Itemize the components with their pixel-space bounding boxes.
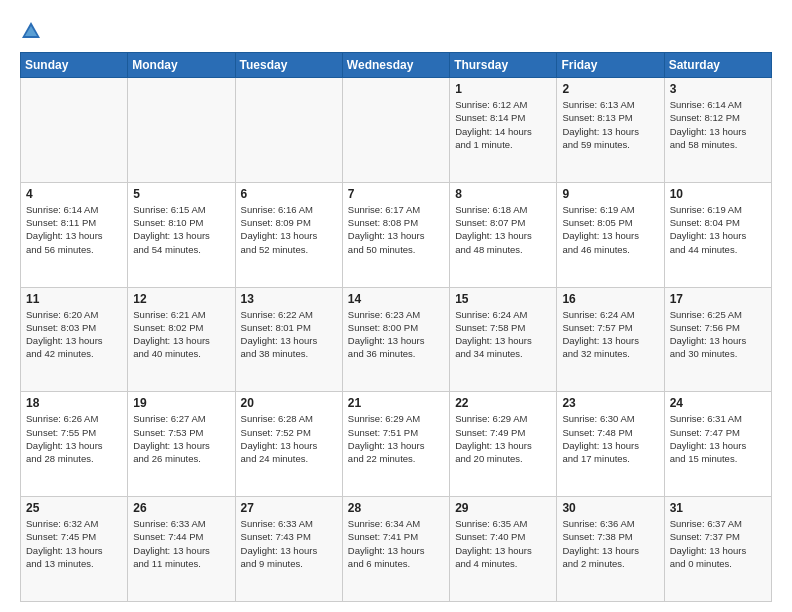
day-number: 30 [562, 501, 658, 515]
cell-info: Daylight: 13 hours [26, 334, 122, 347]
day-number: 15 [455, 292, 551, 306]
day-number: 11 [26, 292, 122, 306]
day-number: 2 [562, 82, 658, 96]
cell-info: and 1 minute. [455, 138, 551, 151]
cell-info: Sunset: 7:51 PM [348, 426, 444, 439]
cell-info: Sunset: 7:40 PM [455, 530, 551, 543]
cell-info: and 15 minutes. [670, 452, 766, 465]
calendar-body: 1Sunrise: 6:12 AMSunset: 8:14 PMDaylight… [21, 78, 772, 602]
cell-info: Sunrise: 6:33 AM [133, 517, 229, 530]
cell-info: Sunset: 7:56 PM [670, 321, 766, 334]
cell-info: Sunrise: 6:37 AM [670, 517, 766, 530]
day-number: 23 [562, 396, 658, 410]
cell-info: Daylight: 13 hours [348, 544, 444, 557]
cell-info: Daylight: 13 hours [562, 229, 658, 242]
day-number: 19 [133, 396, 229, 410]
cell-info: and 59 minutes. [562, 138, 658, 151]
cell-info: and 9 minutes. [241, 557, 337, 570]
day-number: 20 [241, 396, 337, 410]
calendar-cell: 1Sunrise: 6:12 AMSunset: 8:14 PMDaylight… [450, 78, 557, 183]
calendar-cell: 11Sunrise: 6:20 AMSunset: 8:03 PMDayligh… [21, 287, 128, 392]
day-number: 14 [348, 292, 444, 306]
cell-info: and 24 minutes. [241, 452, 337, 465]
week-row-3: 18Sunrise: 6:26 AMSunset: 7:55 PMDayligh… [21, 392, 772, 497]
cell-info: Sunrise: 6:18 AM [455, 203, 551, 216]
cell-info: Sunset: 8:02 PM [133, 321, 229, 334]
cell-info: Sunrise: 6:15 AM [133, 203, 229, 216]
cell-info: Daylight: 13 hours [670, 334, 766, 347]
cell-info: and 58 minutes. [670, 138, 766, 151]
day-number: 3 [670, 82, 766, 96]
cell-info: and 50 minutes. [348, 243, 444, 256]
calendar-cell: 21Sunrise: 6:29 AMSunset: 7:51 PMDayligh… [342, 392, 449, 497]
calendar-cell: 28Sunrise: 6:34 AMSunset: 7:41 PMDayligh… [342, 497, 449, 602]
calendar-cell: 29Sunrise: 6:35 AMSunset: 7:40 PMDayligh… [450, 497, 557, 602]
calendar-cell: 3Sunrise: 6:14 AMSunset: 8:12 PMDaylight… [664, 78, 771, 183]
cell-info: Sunset: 8:09 PM [241, 216, 337, 229]
cell-info: Sunrise: 6:16 AM [241, 203, 337, 216]
col-header-friday: Friday [557, 53, 664, 78]
cell-info: Daylight: 13 hours [455, 334, 551, 347]
calendar-cell: 27Sunrise: 6:33 AMSunset: 7:43 PMDayligh… [235, 497, 342, 602]
calendar-cell: 25Sunrise: 6:32 AMSunset: 7:45 PMDayligh… [21, 497, 128, 602]
day-number: 18 [26, 396, 122, 410]
calendar-cell: 8Sunrise: 6:18 AMSunset: 8:07 PMDaylight… [450, 182, 557, 287]
cell-info: Sunrise: 6:21 AM [133, 308, 229, 321]
cell-info: Sunset: 8:07 PM [455, 216, 551, 229]
cell-info: and 56 minutes. [26, 243, 122, 256]
cell-info: and 36 minutes. [348, 347, 444, 360]
calendar-cell: 30Sunrise: 6:36 AMSunset: 7:38 PMDayligh… [557, 497, 664, 602]
day-number: 27 [241, 501, 337, 515]
cell-info: Sunset: 8:14 PM [455, 111, 551, 124]
cell-info: Daylight: 13 hours [348, 334, 444, 347]
cell-info: Sunrise: 6:29 AM [455, 412, 551, 425]
col-header-monday: Monday [128, 53, 235, 78]
cell-info: Daylight: 13 hours [562, 439, 658, 452]
cell-info: Sunset: 8:13 PM [562, 111, 658, 124]
cell-info: Daylight: 13 hours [241, 229, 337, 242]
cell-info: Sunrise: 6:27 AM [133, 412, 229, 425]
cell-info: and 4 minutes. [455, 557, 551, 570]
cell-info: and 38 minutes. [241, 347, 337, 360]
day-number: 12 [133, 292, 229, 306]
cell-info: Sunrise: 6:34 AM [348, 517, 444, 530]
day-number: 16 [562, 292, 658, 306]
day-number: 6 [241, 187, 337, 201]
col-header-sunday: Sunday [21, 53, 128, 78]
week-row-2: 11Sunrise: 6:20 AMSunset: 8:03 PMDayligh… [21, 287, 772, 392]
cell-info: Sunset: 8:01 PM [241, 321, 337, 334]
day-number: 7 [348, 187, 444, 201]
cell-info: Sunset: 7:37 PM [670, 530, 766, 543]
day-number: 24 [670, 396, 766, 410]
cell-info: Sunrise: 6:24 AM [562, 308, 658, 321]
calendar-cell: 26Sunrise: 6:33 AMSunset: 7:44 PMDayligh… [128, 497, 235, 602]
col-header-thursday: Thursday [450, 53, 557, 78]
cell-info: and 34 minutes. [455, 347, 551, 360]
cell-info: Sunset: 8:08 PM [348, 216, 444, 229]
calendar-header: SundayMondayTuesdayWednesdayThursdayFrid… [21, 53, 772, 78]
calendar-cell: 13Sunrise: 6:22 AMSunset: 8:01 PMDayligh… [235, 287, 342, 392]
col-header-saturday: Saturday [664, 53, 771, 78]
cell-info: and 2 minutes. [562, 557, 658, 570]
calendar-cell: 19Sunrise: 6:27 AMSunset: 7:53 PMDayligh… [128, 392, 235, 497]
calendar-table: SundayMondayTuesdayWednesdayThursdayFrid… [20, 52, 772, 602]
cell-info: Sunrise: 6:14 AM [26, 203, 122, 216]
cell-info: Sunrise: 6:33 AM [241, 517, 337, 530]
cell-info: Sunrise: 6:29 AM [348, 412, 444, 425]
cell-info: Daylight: 13 hours [562, 334, 658, 347]
cell-info: Daylight: 13 hours [133, 334, 229, 347]
cell-info: Daylight: 13 hours [241, 544, 337, 557]
day-number: 10 [670, 187, 766, 201]
cell-info: Sunset: 7:55 PM [26, 426, 122, 439]
cell-info: and 52 minutes. [241, 243, 337, 256]
cell-info: Sunrise: 6:13 AM [562, 98, 658, 111]
calendar-cell: 4Sunrise: 6:14 AMSunset: 8:11 PMDaylight… [21, 182, 128, 287]
cell-info: and 13 minutes. [26, 557, 122, 570]
cell-info: and 42 minutes. [26, 347, 122, 360]
day-number: 25 [26, 501, 122, 515]
cell-info: and 40 minutes. [133, 347, 229, 360]
cell-info: and 0 minutes. [670, 557, 766, 570]
day-number: 5 [133, 187, 229, 201]
cell-info: and 17 minutes. [562, 452, 658, 465]
cell-info: Daylight: 13 hours [670, 439, 766, 452]
